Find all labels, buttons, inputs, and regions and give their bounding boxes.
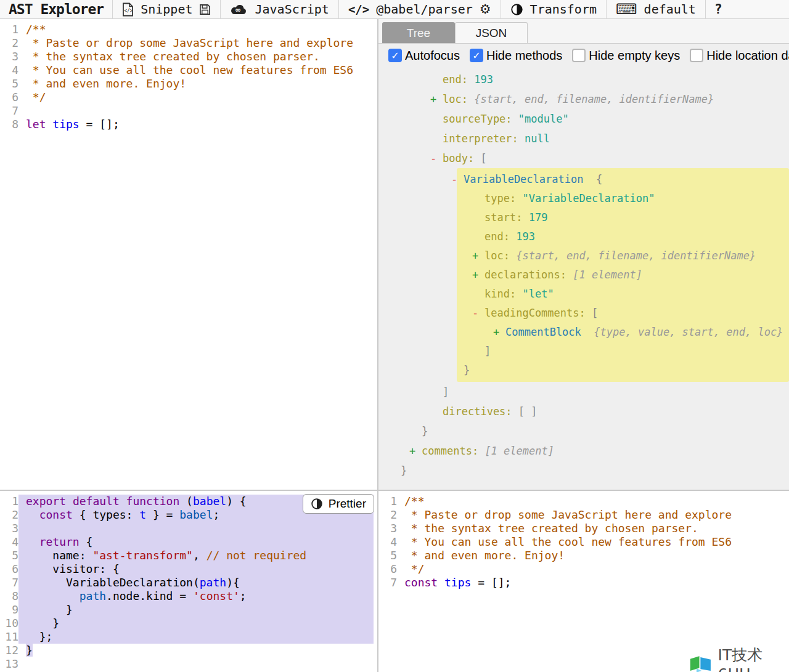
code-token: "ast-transform" [92, 549, 193, 562]
code-line: 5 * and even more. Enjoy! [378, 549, 789, 562]
expand-icon[interactable]: + [472, 265, 483, 285]
tree-value: {start, end, filename, identifierName} [474, 93, 714, 105]
tree-key: declarations: [484, 269, 566, 281]
transform-editor-panel: Prettier 1export default function (babel… [0, 491, 377, 672]
horizontal-panel-divider[interactable] [0, 490, 789, 491]
line-number: 7 [0, 104, 18, 118]
code-token: visitor: { [26, 562, 120, 575]
code-token: function [126, 495, 180, 508]
source-code-editor[interactable]: 1/**2 * Paste or drop some JavaScript he… [0, 19, 377, 131]
option-autofocus[interactable]: ✓Autofocus [388, 49, 460, 63]
tree-punct: } [457, 361, 789, 380]
parser-label: @babel/parser [376, 2, 473, 17]
code-line-content: } [18, 644, 374, 657]
option-hide-empty-keys[interactable]: Hide empty keys [572, 49, 680, 63]
code-line-content: return { [18, 535, 374, 549]
code-line: 4 * You can use all the cool new feature… [0, 63, 377, 77]
code-token: * Paste or drop some JavaScript here and… [26, 36, 353, 49]
tree-key: loc: [443, 93, 468, 105]
code-line: 7const tips = []; [378, 576, 789, 589]
code-line-content: * the syntax tree created by chosen pars… [397, 522, 785, 535]
save-icon[interactable] [199, 4, 211, 15]
transform-preset-label: default [644, 2, 696, 17]
code-token [120, 495, 126, 508]
tree-node-name[interactable]: VariableDeclaration [464, 173, 583, 185]
output-code-editor[interactable]: 1/**2 * Paste or drop some JavaScript he… [378, 491, 789, 589]
parser-selector[interactable]: </> @babel/parser ⚙ [339, 0, 501, 18]
checkbox-unchecked-icon[interactable] [690, 49, 703, 62]
tree-node-name[interactable]: CommentBlock [505, 326, 581, 338]
code-token: { [80, 535, 93, 548]
code-token [66, 495, 73, 508]
tree-value: { [596, 173, 602, 185]
tree-prop-declarations[interactable]: +declarations: [1 element] [457, 265, 789, 285]
collapse-icon[interactable]: - [430, 148, 441, 168]
snippet-menu[interactable]: </> Snippet [113, 0, 220, 18]
tree-prop-body[interactable]: -body: [ [378, 148, 789, 168]
code-line-content: VariableDeclaration(path){ [18, 576, 374, 589]
tree-key: directives: [443, 405, 512, 418]
tree-prop-comments[interactable]: +comments: [1 element] [378, 441, 789, 461]
tree-value: [1 element] [484, 445, 554, 457]
prettier-button[interactable]: Prettier [303, 494, 374, 514]
option-hide-methods[interactable]: ✓Hide methods [470, 49, 562, 63]
expand-icon[interactable]: + [493, 323, 504, 342]
code-token: * the syntax tree created by chosen pars… [26, 50, 320, 63]
checkbox-checked-icon[interactable]: ✓ [470, 49, 483, 62]
code-token: babel [179, 508, 213, 521]
code-token: }; [26, 630, 52, 643]
tab-tree[interactable]: Tree [382, 22, 455, 43]
help-button[interactable]: ? [706, 2, 731, 17]
line-number: 5 [0, 549, 18, 562]
tree-punct: ] [457, 342, 789, 361]
checkbox-unchecked-icon[interactable] [572, 49, 586, 62]
book-logo-icon [689, 654, 713, 672]
parser-settings-gear-icon[interactable]: ⚙ [480, 3, 491, 16]
code-token: 'const' [193, 589, 240, 602]
vertical-panel-divider[interactable] [377, 19, 378, 672]
code-line-content: * You can use all the cool new features … [397, 535, 785, 549]
code-line: 11 }; [0, 630, 377, 644]
svg-text:∞: ∞ [235, 5, 242, 14]
tree-node-CommentBlock[interactable]: +CommentBlock {type, value, start, end, … [457, 323, 789, 342]
expand-icon[interactable]: + [472, 246, 483, 265]
transform-code-editor[interactable]: 1export default function (babel) {2 cons… [0, 491, 377, 671]
tab-json[interactable]: JSON [455, 22, 528, 43]
expand-icon[interactable]: + [430, 89, 441, 109]
tree-value: [ [592, 307, 598, 319]
tree-value: [ ] [518, 405, 538, 418]
tree-prop-sourceType: sourceType: "module" [378, 109, 789, 129]
code-token: = []; [80, 118, 120, 131]
collapse-icon[interactable]: - [451, 170, 462, 189]
line-number: 5 [378, 549, 397, 562]
tree-prop-leadingComments[interactable]: -leadingComments: [ [457, 304, 789, 323]
code-line: 10 } [0, 617, 377, 630]
code-token: */ [26, 91, 46, 103]
option-label: Autofocus [405, 49, 460, 63]
code-line: 6 visitor: { [0, 562, 377, 576]
code-line-content: name: "ast-transform", // not required [18, 549, 374, 562]
tree-prop-loc[interactable]: +loc: {start, end, filename, identifierN… [457, 246, 789, 265]
language-selector[interactable]: ∞ JavaScript [221, 0, 338, 18]
cloud-icon: ∞ [230, 4, 248, 15]
highlighted-ast-node: -VariableDeclaration {type: "VariableDec… [457, 168, 789, 382]
tree-prop-loc[interactable]: +loc: {start, end, filename, identifierN… [378, 89, 789, 109]
tree-prop-type: type: "VariableDeclaration" [457, 189, 789, 208]
transform-preset-selector[interactable]: ⌨ default [607, 0, 705, 18]
checkbox-checked-icon[interactable]: ✓ [388, 49, 402, 62]
code-token: } [26, 617, 59, 629]
code-token: default [73, 495, 120, 508]
tree-value: {start, end, filename, identifierName} [516, 249, 756, 262]
collapse-icon[interactable]: - [472, 304, 483, 323]
code-token: t [139, 508, 146, 521]
line-number: 4 [0, 63, 18, 77]
line-number: 6 [378, 562, 397, 576]
line-number: 12 [0, 644, 18, 657]
expand-icon[interactable]: + [409, 441, 420, 461]
tree-prop-kind: kind: "let" [457, 285, 789, 304]
code-line-content: * and even more. Enjoy! [18, 77, 374, 91]
tree-node-VariableDeclaration[interactable]: -VariableDeclaration { [457, 170, 789, 189]
transform-toggle[interactable]: Transform [501, 0, 606, 18]
option-hide-location-data[interactable]: Hide location data [690, 49, 789, 63]
ast-tree-panel: Tree JSON ✓Autofocus✓Hide methodsHide em… [378, 19, 789, 490]
